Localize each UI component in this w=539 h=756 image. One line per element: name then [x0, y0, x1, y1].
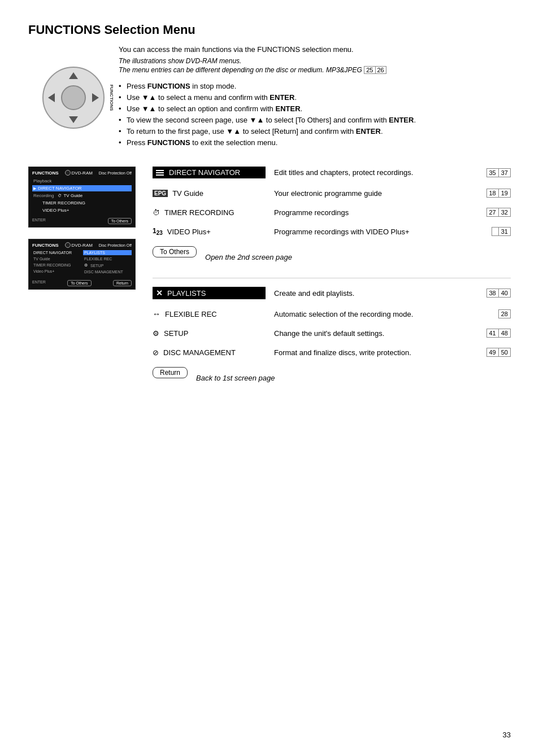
screen2-direct-nav: DIRECT NAVIGATOR — [32, 250, 81, 255]
bullet-1: Press FUNCTIONS in stop mode. — [119, 82, 511, 90]
bullet-6: Press FUNCTIONS to exit the selection me… — [119, 138, 511, 147]
screen1-playback-row: Playback — [32, 178, 132, 184]
screen2-flexible-rec: FLEXIBLE REC — [83, 256, 132, 261]
timer-recording-label: ⏱ TIMER RECORDING — [153, 208, 266, 217]
setup-pages: 4148 — [486, 329, 511, 338]
video-plus-label: 123 VIDEO Plus+ — [153, 227, 266, 236]
video-plus-pages: 31 — [492, 227, 511, 236]
screen2-setup: ⚙ SETUP — [83, 263, 132, 268]
menu-item-timer-recording: ⏱ TIMER RECORDING Programme recordings 2… — [153, 208, 511, 217]
flexible-rec-name: FLEXIBLE REC — [165, 310, 217, 318]
setup-name: SETUP — [164, 329, 188, 338]
direct-navigator-pages: 3537 — [486, 168, 511, 177]
to-others-desc: Open the 2nd screen page — [205, 253, 292, 261]
setup-desc: Change the unit's default settings. — [266, 329, 486, 338]
screen1-disc-protection: Disc Protection Off — [99, 171, 132, 175]
screen2-disc-mgmt: DISC MANAGEMENT — [83, 269, 132, 274]
screen1-dvd-ram: DVD-RAM — [65, 170, 93, 176]
bullet-2: Use ▼▲ to select a menu and confirm with… — [119, 93, 511, 102]
setup-icon: ⚙ — [153, 329, 159, 338]
timer-recording-name: TIMER RECORDING — [164, 208, 234, 217]
screen1-bottom: ENTER To Others — [32, 216, 132, 224]
direct-navigator-name: DIRECT NAVIGATOR — [169, 168, 240, 177]
screen2-bottom: ENTER To Others Return — [32, 278, 132, 286]
remote-image: FUNCTIONS — [28, 45, 119, 150]
menu-item-tv-guide: EPG TV Guide Your electronic programme g… — [153, 189, 511, 198]
playlists-pages: 3840 — [486, 289, 511, 298]
disc-mgmt-icon: ⊘ — [153, 348, 159, 357]
bullet-5: To return to the first page, use ▼▲ to s… — [119, 127, 511, 136]
page-title: FUNCTIONS Selection Menu — [28, 23, 511, 37]
intro-page-ref: 2526 — [364, 66, 386, 74]
flexible-rec-desc: Automatic selection of the recording mod… — [266, 310, 498, 318]
playlists-label: ✕ PLAYLISTS — [153, 287, 266, 299]
disc-mgmt-label: ⊘ DISC MANAGEMENT — [153, 348, 266, 357]
disc-mgmt-desc: Format and finalize discs, write protect… — [266, 348, 486, 357]
bullet-3: Use ▼▲ to select an option and confirm w… — [119, 104, 511, 113]
page-number: 33 — [503, 731, 511, 739]
disc-mgmt-name: DISC MANAGEMENT — [163, 348, 236, 357]
menu-items: DIRECT NAVIGATOR Edit titles and chapter… — [153, 167, 511, 399]
menu-item-flexible-rec: ↔ FLEXIBLE REC Automatic selection of th… — [153, 309, 511, 318]
tv-guide-desc: Your electronic programme guide — [266, 189, 486, 198]
intro-line2: The illustrations show DVD-RAM menus. — [119, 57, 511, 65]
screen1-timer-rec-row: TIMER RECORDING — [32, 200, 132, 206]
intro-line3: The menu entries can be different depend… — [119, 66, 511, 74]
screen2-timer-rec: TIMER RECORDING — [32, 263, 81, 268]
playlists-name: PLAYLISTS — [167, 289, 206, 298]
flexible-rec-label: ↔ FLEXIBLE REC — [153, 309, 266, 318]
flexible-rec-page: 28 — [498, 309, 511, 318]
bullet-list: Press FUNCTIONS in stop mode. Use ▼▲ to … — [119, 82, 511, 147]
screen1-functions-label: FUNCTIONS — [32, 171, 59, 176]
screen2-functions-label: FUNCTIONS — [32, 243, 59, 248]
video-plus-name: VIDEO Plus+ — [167, 228, 211, 236]
screen2-panel: FUNCTIONS DVD-RAM Disc Protection Off DI… — [28, 239, 136, 290]
menu-item-disc-management: ⊘ DISC MANAGEMENT Format and finalize di… — [153, 348, 511, 357]
return-button[interactable]: Return — [153, 367, 188, 378]
tv-guide-pages: 1819 — [486, 189, 511, 198]
screen1-direct-nav-row: ▶ DIRECT NAVIGATOR — [32, 185, 132, 191]
video-plus-desc: Programme recordings with VIDEO Plus+ — [266, 228, 492, 236]
disc-mgmt-pages: 4950 — [486, 348, 511, 357]
section-divider — [153, 278, 511, 278]
direct-navigator-label: DIRECT NAVIGATOR — [153, 167, 266, 178]
to-others-button[interactable]: To Others — [153, 246, 197, 257]
tv-guide-label: EPG TV Guide — [153, 189, 266, 198]
setup-label: ⚙ SETUP — [153, 329, 266, 338]
dn-icon — [156, 170, 164, 176]
left-panels: FUNCTIONS DVD-RAM Disc Protection Off Pl… — [28, 167, 141, 399]
screen2-tv-guide: TV Guide — [32, 256, 81, 261]
screen1-panel: FUNCTIONS DVD-RAM Disc Protection Off Pl… — [28, 167, 136, 228]
bullet-4: To view the second screen page, use ▼▲ t… — [119, 116, 511, 124]
screen2-two-col: DIRECT NAVIGATOR TV Guide TIMER RECORDIN… — [32, 250, 132, 276]
screen1-video-plus-row: VIDEO Plus+ — [32, 207, 132, 213]
playlist-icon: ✕ — [156, 289, 163, 298]
direct-navigator-desc: Edit titles and chapters, protect record… — [266, 168, 486, 177]
timer-recording-pages: 2732 — [486, 208, 511, 217]
flexible-rec-icon: ↔ — [153, 309, 160, 318]
timer-recording-desc: Programme recordings — [266, 208, 486, 217]
screen2-video-plus: Video Plus+ — [32, 269, 81, 274]
screen2-playlists: PLAYLISTS — [83, 250, 132, 255]
to-others-row: To Others Open the 2nd screen page — [153, 246, 511, 268]
menu-item-direct-navigator: DIRECT NAVIGATOR Edit titles and chapter… — [153, 167, 511, 178]
menu-item-playlists: ✕ PLAYLISTS Create and edit playlists. 3… — [153, 287, 511, 299]
screen2-dvd-ram: DVD-RAM — [65, 242, 93, 248]
screen1-recording-row: Recording ⏱ TV Guide — [32, 193, 132, 199]
menu-item-setup: ⚙ SETUP Change the unit's default settin… — [153, 329, 511, 338]
return-row: Return Back to 1st screen page — [153, 367, 511, 388]
return-desc: Back to 1st screen page — [196, 374, 275, 382]
menu-item-video-plus: 123 VIDEO Plus+ Programme recordings wit… — [153, 227, 511, 236]
videoplus-icon: 123 — [153, 227, 163, 236]
playlists-desc: Create and edit playlists. — [266, 289, 486, 298]
intro-line1: You can access the main functions via th… — [119, 45, 511, 54]
tv-guide-name: TV Guide — [172, 189, 203, 198]
timer-icon: ⏱ — [153, 208, 160, 217]
epg-icon: EPG — [153, 190, 168, 197]
screen2-disc-protection: Disc Protection Off — [99, 243, 132, 247]
